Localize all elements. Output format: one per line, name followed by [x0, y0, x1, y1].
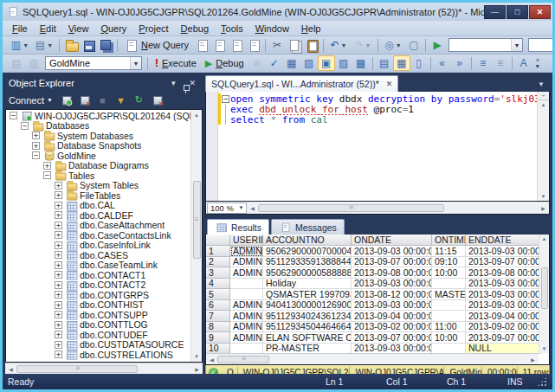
grid-cell[interactable]: MASTE: [432, 289, 466, 300]
editor-line[interactable]: select * from cal: [218, 114, 537, 125]
grid-cell[interactable]: 2013-09-03 00:00:00.000: [466, 246, 542, 257]
stop-icon[interactable]: ■: [248, 55, 266, 71]
grid-cell[interactable]: 2013-09-08 00:00:00.000: [352, 267, 432, 279]
grid-cell[interactable]: 2013-09-02 00:00:00.000: [352, 322, 432, 333]
tree-item[interactable]: +Database Diagrams: [6, 161, 190, 171]
filter-icon[interactable]: ▼: [113, 93, 129, 107]
expand-icon[interactable]: +: [55, 241, 62, 249]
collapse-icon[interactable]: −: [43, 171, 51, 179]
expand-icon[interactable]: +: [55, 231, 62, 239]
expand-icon[interactable]: +: [55, 321, 62, 329]
tree-item[interactable]: +Database Snapshots: [6, 141, 190, 151]
tree-item[interactable]: +dbo.CONTUDEF: [6, 330, 190, 340]
editor-line[interactable]: exec dbd_unlock_for_host @proc=1: [218, 104, 537, 114]
tree-item[interactable]: +dbo.CONTHIST: [6, 300, 190, 311]
row-number-cell[interactable]: 9: [206, 332, 230, 344]
resize-grip[interactable]: [537, 376, 547, 387]
row-number-cell[interactable]: 7: [206, 311, 230, 322]
expand-icon[interactable]: +: [32, 132, 40, 139]
expand-icon[interactable]: +: [55, 341, 62, 349]
grid-cell[interactable]: 10:00: [432, 267, 466, 279]
row-number-cell[interactable]: 4: [206, 279, 230, 290]
column-header-enddate[interactable]: ENDDATE: [466, 235, 542, 246]
grid-cell[interactable]: 2013-09-07 00:00:00.000: [466, 332, 542, 344]
expand-icon[interactable]: +: [55, 182, 62, 190]
tree-item[interactable]: +dbo.CONTACT1: [6, 270, 190, 280]
expand-icon[interactable]: +: [55, 191, 62, 199]
delete-icon[interactable]: [149, 93, 165, 107]
grid-cell[interactable]: 2013-09-07 00:00:00.000: [352, 332, 432, 344]
grid-cell[interactable]: 2013-09-03 00:00:00.000: [466, 289, 542, 300]
grid-cell[interactable]: [432, 279, 466, 290]
grid-cell[interactable]: 2013-09-03 00:00:00.000: [352, 300, 432, 312]
new-query-button[interactable]: New Query: [120, 38, 193, 53]
column-header-userid[interactable]: USERID: [230, 235, 263, 246]
row-number-cell[interactable]: 1: [206, 246, 230, 257]
tree-item[interactable]: +dbo.CaseTeamLink: [6, 260, 190, 271]
increase-indent-icon[interactable]: »: [451, 55, 468, 71]
expand-icon[interactable]: +: [55, 261, 62, 269]
connect-server-icon[interactable]: [58, 93, 74, 107]
connect-object-explorer-icon[interactable]: ▥▼: [8, 37, 32, 53]
column-header-accountno[interactable]: ACCOUNTNO: [263, 235, 352, 246]
column-header-ontime[interactable]: ONTIME: [432, 235, 466, 246]
tree-item[interactable]: +dbo.CONTTLOG: [6, 320, 190, 331]
query-editor[interactable]: −open symmetric key dbdx decryption by p…: [205, 92, 550, 202]
display-estimated-plan-icon[interactable]: ▦: [283, 55, 300, 71]
parse-icon[interactable]: ✓: [266, 55, 283, 71]
grid-cell[interactable]: 2013-09-03 00:00:00.000: [466, 300, 542, 312]
grid-cell[interactable]: 2013-09-08 00:00:00.000: [466, 267, 542, 279]
row-number-cell[interactable]: 6: [206, 300, 230, 312]
tree-item[interactable]: +dbo.CASES: [6, 250, 190, 260]
grid-cell[interactable]: ADMIN: [230, 311, 263, 322]
toolbar-combo-1[interactable]: ▼: [449, 38, 523, 52]
window-position-icon[interactable]: ▾: [168, 79, 179, 87]
expand-icon[interactable]: +: [55, 202, 62, 209]
tree-item[interactable]: +dbo.CUSTRELATIONS: [6, 350, 190, 360]
tab-messages[interactable]: Messages: [271, 219, 345, 235]
menu-item-tools[interactable]: Tools: [215, 22, 249, 35]
grid-cell[interactable]: ADMIN: [230, 246, 263, 257]
grid-cell[interactable]: QSMASTER 19970930: [263, 289, 352, 300]
grid-cell[interactable]: 95062900000700004Art: [263, 246, 352, 257]
menu-item-window[interactable]: Window: [249, 22, 295, 35]
tree-item[interactable]: −Tables: [6, 170, 190, 181]
editor-vertical-scrollbar[interactable]: ÷ ▲ ▼: [537, 92, 549, 201]
results-to-grid-icon[interactable]: ▦: [393, 55, 410, 71]
open-file-icon[interactable]: [62, 37, 80, 53]
grid-cell[interactable]: ADMIN: [230, 332, 263, 344]
grid-cell[interactable]: 2013-09-07 00:00:00.000: [352, 257, 432, 268]
stop-service-icon[interactable]: ■: [94, 93, 111, 107]
grid-cell[interactable]: 95112934024361234Ian: [263, 311, 352, 322]
maximize-button[interactable]: □: [507, 5, 528, 19]
redo-icon[interactable]: ↷▼: [351, 37, 375, 53]
grid-cell[interactable]: 2013-09-02 00:00:00.000: [466, 322, 542, 333]
grid-cell[interactable]: 95112933591388844Gab: [263, 257, 352, 268]
query-options-icon[interactable]: ▧: [300, 55, 318, 71]
tree-vertical-scrollbar[interactable]: ▲ ▼: [190, 110, 202, 362]
tab-results[interactable]: Results: [207, 219, 269, 235]
tree-item[interactable]: +dbo.CONTACT2: [6, 280, 190, 291]
editor-line[interactable]: −open symmetric key dbdx decryption by p…: [218, 93, 537, 104]
expand-icon[interactable]: +: [55, 291, 62, 299]
collapse-icon[interactable]: −: [32, 151, 40, 159]
grid-cell[interactable]: ADMIN: [230, 322, 263, 333]
new-xmla-query-icon[interactable]: [245, 37, 262, 53]
undo-icon[interactable]: ↶▼: [326, 37, 351, 53]
tree-item[interactable]: +dbo.CAL: [6, 201, 190, 211]
tree-item[interactable]: −GoldMine: [6, 151, 190, 161]
expand-icon[interactable]: +: [55, 271, 62, 279]
refresh-icon[interactable]: ↻: [131, 93, 147, 107]
query-toolbar-overflow[interactable]: ≡▼: [532, 57, 543, 69]
cut-icon[interactable]: ✂: [268, 37, 286, 53]
grid-cell[interactable]: 09:10: [432, 257, 466, 268]
grid-cell[interactable]: 11:00: [432, 322, 466, 333]
collapse-icon[interactable]: −: [21, 122, 29, 130]
tree-item[interactable]: +dbo.CONTGRPS: [6, 290, 190, 300]
execute-button[interactable]: !Execute: [151, 56, 201, 70]
row-number-cell[interactable]: 2: [206, 257, 230, 268]
row-number-cell[interactable]: 3: [206, 267, 230, 279]
grid-cell[interactable]: Holiday: [263, 279, 352, 290]
tree-item[interactable]: +System Tables: [6, 181, 190, 191]
minimize-button[interactable]: —: [484, 5, 506, 19]
